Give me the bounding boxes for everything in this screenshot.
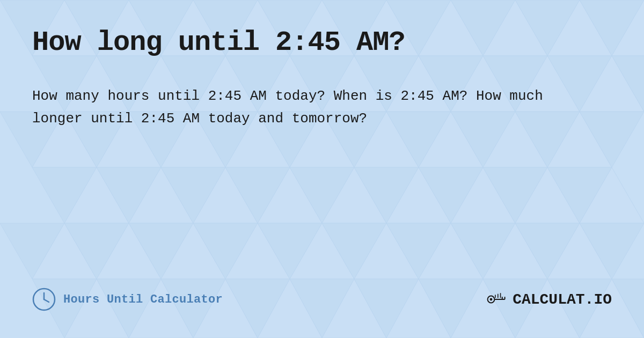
calculat-logo: CALCULAT.IO: [487, 290, 612, 308]
footer: Hours Until Calculator CALCULAT.IO: [32, 288, 612, 317]
svg-line-117: [44, 299, 49, 302]
page-title: How long until 2:45 AM?: [32, 27, 612, 58]
hours-calculator-branding: Hours Until Calculator: [32, 288, 223, 311]
page-description: How many hours until 2:45 AM today? When…: [32, 85, 596, 130]
clock-icon: [32, 288, 56, 311]
calculat-hand-icon: [487, 290, 508, 308]
hours-calculator-label: Hours Until Calculator: [63, 293, 223, 306]
calculat-logo-text: CALCULAT.IO: [513, 291, 612, 308]
svg-point-119: [490, 298, 493, 301]
